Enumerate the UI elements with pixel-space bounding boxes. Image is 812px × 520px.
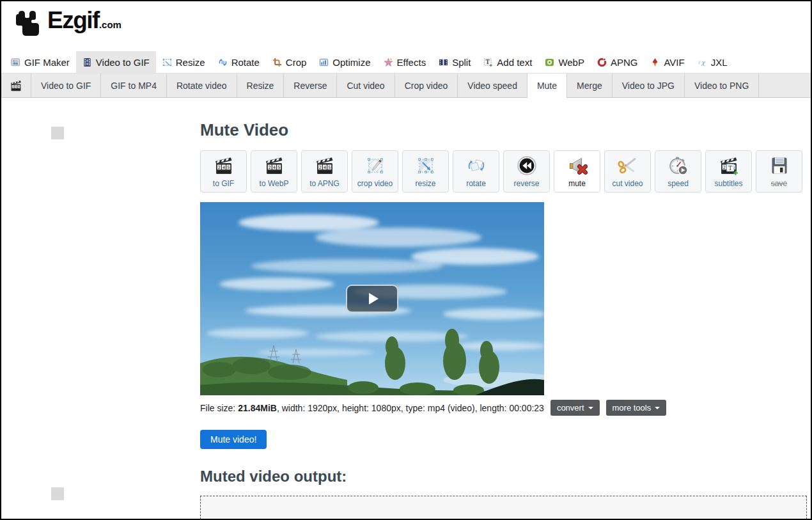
clapperboard-icon (10, 79, 22, 92)
optimize-icon (319, 58, 329, 67)
mainnav-item-gif-maker[interactable]: GIF Maker (4, 51, 76, 73)
tool-to-gif[interactable]: to GIF (200, 150, 247, 193)
subnav-tab-cut-video[interactable]: Cut video (337, 74, 394, 98)
logo-text: Ezgif.com (47, 6, 121, 39)
subnav-tab-resize[interactable]: Resize (237, 74, 285, 98)
speaker-mute-icon (567, 155, 588, 176)
mainnav-label: WebP (558, 57, 584, 68)
tool-label: save (771, 180, 787, 188)
mainnav-label: GIF Maker (24, 57, 70, 68)
tool-label: subtitles (714, 180, 742, 188)
mainnav-item-webp[interactable]: WebP (538, 51, 591, 73)
tool-speed[interactable]: speed (655, 150, 701, 193)
main-content: Mute Video to GIF to WebP to APNG crop v… (1, 120, 811, 519)
resize-arrow-icon (416, 155, 436, 176)
more-tools-label: more tools (613, 403, 652, 413)
tool-crop-video[interactable]: crop video (352, 150, 398, 193)
video-player[interactable] (200, 202, 544, 395)
tool-label: speed (668, 180, 689, 188)
caret-down-icon (588, 407, 593, 409)
site-logo[interactable]: Ezgif.com (10, 6, 121, 39)
subnav-label: Cut video (347, 81, 384, 91)
page-title: Mute Video (200, 120, 807, 140)
subnav-tab-crop-video[interactable]: Crop video (395, 74, 458, 98)
apng-icon (597, 58, 607, 67)
clapperboard-icon (315, 155, 335, 176)
file-info-details: , width: 1920px, height: 1080px, type: m… (277, 403, 544, 413)
tool-label: crop video (357, 180, 393, 188)
file-size-value: 21.84MiB (238, 403, 277, 413)
mainnav-item-apng[interactable]: APNG (591, 51, 644, 73)
split-icon (439, 58, 448, 67)
mainnav-label: Crop (286, 57, 307, 68)
effects-icon (384, 58, 393, 67)
more-tools-dropdown-button[interactable]: more tools (606, 400, 667, 416)
mainnav-label: JXL (711, 57, 728, 68)
mainnav-item-crop[interactable]: Crop (266, 51, 313, 73)
subnav-label: Rotate video (176, 81, 227, 91)
mute-video-button[interactable]: Mute video! (200, 430, 267, 449)
tool-subtitles[interactable]: subtitles (705, 150, 752, 193)
subnav-label: Reverse (293, 81, 327, 91)
ad-placeholder-bottom (51, 487, 64, 500)
play-button[interactable] (346, 285, 398, 313)
tool-cut-video[interactable]: cut video (604, 150, 651, 193)
crop-icon (272, 58, 282, 67)
subnav-tab-gif-to-mp4[interactable]: GIF to MP4 (101, 74, 167, 98)
mainnav-item-effects[interactable]: Effects (377, 51, 433, 73)
webp-icon (545, 58, 554, 67)
mainnav-item-jxl[interactable]: JXL (691, 51, 734, 73)
subnav-filler (759, 74, 811, 98)
site-header: Ezgif.com (1, 1, 811, 51)
tool-rotate[interactable]: rotate (453, 150, 499, 193)
tool-mute[interactable]: mute (554, 150, 600, 193)
subnav-label: GIF to MP4 (111, 81, 157, 91)
mainnav-item-add-text[interactable]: Add text (477, 51, 538, 73)
mainnav-item-resize[interactable]: Resize (156, 51, 212, 73)
subnav-home-tab[interactable] (1, 74, 31, 98)
subnav-tab-video-to-jpg[interactable]: Video to JPG (613, 74, 685, 98)
subnav-tab-video-to-gif[interactable]: Video to GIF (31, 74, 101, 98)
mainnav-label: Optimize (332, 57, 370, 68)
mainnav-item-video-to-gif[interactable]: Video to GIF (76, 51, 156, 73)
subnav-tab-mute[interactable]: Mute (527, 74, 567, 98)
add-text-icon (483, 58, 493, 67)
subnav-label: Crop video (405, 81, 448, 91)
tool-resize[interactable]: resize (402, 150, 449, 193)
mainnav-item-rotate[interactable]: Rotate (212, 51, 266, 73)
rewind-circle-icon (517, 155, 537, 176)
subnav-tab-reverse[interactable]: Reverse (284, 74, 337, 98)
mainnav-item-avif[interactable]: AVIF (644, 51, 691, 73)
tool-reverse[interactable]: reverse (503, 150, 550, 193)
tool-label: to APNG (309, 180, 340, 188)
mainnav-item-optimize[interactable]: Optimize (313, 51, 377, 73)
subnav-label: Mute (537, 81, 557, 91)
ad-placeholder-top (51, 127, 64, 139)
output-heading: Muted video output: (200, 467, 807, 486)
browser-window: Ezgif.com GIF Maker Video to GIF Resize … (0, 0, 812, 520)
mainnav-item-split[interactable]: Split (432, 51, 477, 73)
tool-to-apng[interactable]: to APNG (301, 150, 348, 193)
subnav-tab-rotate-video[interactable]: Rotate video (167, 74, 237, 98)
subnav-label: Video to GIF (41, 81, 91, 91)
subnav-tab-video-speed[interactable]: Video speed (458, 74, 527, 98)
tool-save[interactable]: save (756, 150, 802, 193)
ezgif-logo-icon (10, 6, 42, 36)
subnav-label: Resize (247, 81, 274, 91)
convert-label: convert (557, 403, 584, 413)
clapperboard-icon (214, 155, 234, 176)
convert-dropdown-button[interactable]: convert (550, 400, 600, 416)
sub-nav: Video to GIF GIF to MP4 Rotate video Res… (1, 73, 811, 98)
subnav-tab-merge[interactable]: Merge (567, 74, 613, 98)
mainnav-label: APNG (611, 57, 638, 68)
rotate-icon (218, 58, 228, 67)
play-icon (369, 293, 379, 304)
tool-to-webp[interactable]: to WebP (251, 150, 297, 193)
mainnav-label: Rotate (231, 57, 260, 68)
mainnav-label: Effects (397, 57, 426, 68)
mainnav-label: Add text (497, 57, 532, 68)
output-placeholder-box (200, 496, 807, 519)
gif-maker-icon (11, 58, 20, 67)
subnav-tab-video-to-png[interactable]: Video to PNG (685, 74, 759, 98)
subnav-label: Video to JPG (622, 81, 675, 91)
